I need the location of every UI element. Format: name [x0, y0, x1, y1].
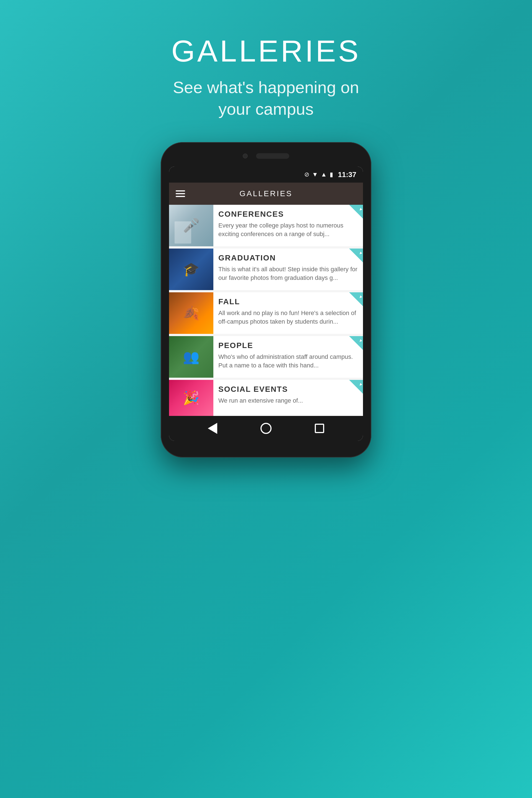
- gallery-content-social-events: SOCIAL EVENTS We run an extensive range …: [213, 380, 363, 416]
- gallery-item-conferences[interactable]: CONFERENCES Every year the college plays…: [169, 205, 363, 246]
- page-title: GALLERIES: [171, 33, 360, 69]
- hamburger-line-3: [176, 196, 185, 197]
- nav-bar: [169, 416, 363, 441]
- hamburger-line-2: [176, 193, 185, 194]
- app-bar: GALLERIES: [169, 183, 363, 205]
- gallery-item-desc-social-events: We run an extensive range of...: [218, 397, 358, 405]
- phone-device: ⊘ ▼ ▲ ▮ 11:37 GALLERIES CONFERENCES: [161, 142, 371, 457]
- gallery-item-fall[interactable]: FALL All work and no play is no fun! Her…: [169, 292, 363, 334]
- gallery-item-desc-graduation: This is what it's all about! Step inside…: [218, 265, 358, 282]
- gallery-thumb-fall: [169, 292, 213, 334]
- corner-arrow-conferences: [349, 205, 363, 218]
- status-bar: ⊘ ▼ ▲ ▮ 11:37: [169, 167, 363, 183]
- nav-recent-button[interactable]: [311, 420, 328, 437]
- gallery-list: CONFERENCES Every year the college plays…: [169, 205, 363, 416]
- wifi-icon: ▼: [312, 171, 318, 178]
- gallery-thumb-conferences: [169, 205, 213, 246]
- hamburger-line-1: [176, 190, 185, 191]
- battery-icon: ▮: [330, 171, 333, 178]
- corner-arrow-graduation: [349, 249, 363, 262]
- gallery-thumb-graduation: [169, 249, 213, 290]
- gallery-item-title-social-events: SOCIAL EVENTS: [218, 385, 358, 394]
- nav-back-button[interactable]: [204, 420, 221, 437]
- gallery-content-fall: FALL All work and no play is no fun! Her…: [213, 292, 363, 334]
- gallery-content-graduation: GRADUATION This is what it's all about! …: [213, 249, 363, 290]
- app-bar-title: GALLERIES: [193, 189, 339, 198]
- gallery-thumb-social-events: [169, 380, 213, 416]
- phone-speaker: [256, 153, 289, 159]
- signal-blocked-icon: ⊘: [304, 171, 309, 178]
- nav-home-button[interactable]: [258, 420, 274, 437]
- page-header: GALLERIES See what's happening onyour ca…: [171, 33, 360, 120]
- phone-camera: [243, 153, 248, 158]
- back-icon: [208, 423, 217, 434]
- recent-icon: [315, 424, 324, 433]
- gallery-item-title-conferences: CONFERENCES: [218, 210, 358, 218]
- corner-arrow-social-events: [349, 380, 363, 394]
- gallery-content-people: PEOPLE Who's who of administration staff…: [213, 336, 363, 378]
- phone-top-bezel: [169, 150, 363, 162]
- gallery-item-graduation[interactable]: GRADUATION This is what it's all about! …: [169, 249, 363, 290]
- phone-screen: ⊘ ▼ ▲ ▮ 11:37 GALLERIES CONFERENCES: [169, 167, 363, 441]
- hamburger-menu-button[interactable]: [176, 190, 185, 197]
- gallery-item-title-graduation: GRADUATION: [218, 253, 358, 262]
- gallery-item-social-events[interactable]: SOCIAL EVENTS We run an extensive range …: [169, 380, 363, 416]
- gallery-thumb-people: [169, 336, 213, 378]
- gallery-item-people[interactable]: PEOPLE Who's who of administration staff…: [169, 336, 363, 378]
- gallery-content-conferences: CONFERENCES Every year the college plays…: [213, 205, 363, 246]
- home-icon: [261, 423, 271, 434]
- page-subtitle: See what's happening onyour campus: [171, 77, 360, 120]
- gallery-item-desc-conferences: Every year the college plays host to num…: [218, 222, 358, 239]
- gallery-item-desc-fall: All work and no play is no fun! Here's a…: [218, 309, 358, 326]
- gallery-item-title-people: PEOPLE: [218, 341, 358, 350]
- corner-arrow-people: [349, 336, 363, 350]
- gallery-item-desc-people: Who's who of administration staff around…: [218, 353, 358, 370]
- status-time: 11:37: [338, 170, 357, 179]
- corner-arrow-fall: [349, 292, 363, 306]
- gallery-item-title-fall: FALL: [218, 297, 358, 306]
- status-icons: ⊘ ▼ ▲ ▮ 11:37: [304, 170, 356, 179]
- phone-bottom-bezel: [169, 441, 363, 449]
- signal-strength-icon: ▲: [321, 171, 327, 178]
